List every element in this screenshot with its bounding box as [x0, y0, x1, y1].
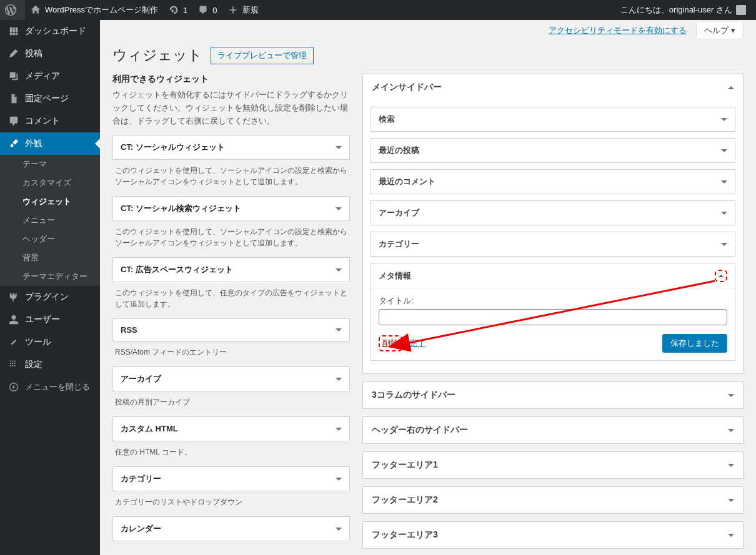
available-widget-desc: 任意の HTML コード。 [112, 441, 350, 466]
available-widgets-desc: ウィジェットを有効化するにはサイドバーにドラッグするかクリックしてください。ウィ… [112, 89, 350, 127]
available-widget-name: RSS [121, 325, 137, 335]
chevron-up-icon [728, 86, 734, 89]
update-count: 1 [183, 6, 187, 15]
delete-link[interactable]: 削除 [382, 338, 399, 349]
widget-item: アーカイブ [371, 200, 735, 225]
sidebar-header[interactable]: フッターエリア1 [363, 452, 743, 478]
accessibility-link[interactable]: アクセシビリティモードを有効にする [549, 26, 687, 35]
menu-plugins-label: プラグイン [25, 292, 69, 303]
appearance-submenu: テーマ カスタマイズ ウィジェット メニュー ヘッダー 背景 テーマエディター [0, 155, 100, 286]
page-title: ウィジェット [112, 46, 202, 65]
live-preview-button[interactable]: ライブプレビューで管理 [211, 47, 314, 64]
menu-users[interactable]: ユーザー [0, 308, 100, 331]
wrench-icon [7, 336, 20, 348]
menu-dashboard[interactable]: ダッシュボード [0, 20, 100, 42]
widget-header[interactable]: 最近のコメント [371, 170, 735, 194]
chevron-down-icon [728, 499, 734, 502]
collapse-menu[interactable]: メニューを閉じる [0, 376, 100, 398]
chevron-up-icon[interactable] [718, 273, 724, 279]
new-label: 新規 [242, 4, 259, 16]
menu-tools[interactable]: ツール [0, 331, 100, 353]
available-widget[interactable]: CT: 広告スペースウィジェット [112, 257, 350, 282]
available-widget-desc: このウィジェットを使用して、任意のタイプの広告をウィジェットとして追加します。 [112, 282, 350, 318]
sub-themes[interactable]: テーマ [0, 155, 100, 174]
sidebar-title: フッターエリア1 [372, 459, 438, 471]
sub-header[interactable]: ヘッダー [0, 230, 100, 248]
site-title-link[interactable]: WordPressでホームページ制作 [25, 0, 163, 20]
sidebar-area: 3コラムのサイドバー [362, 381, 744, 409]
chevron-down-icon [728, 394, 734, 397]
available-widget[interactable]: アーカイブ [112, 366, 350, 391]
widget-meta-header[interactable]: メタ情報 [371, 263, 735, 288]
done-link[interactable]: 完了 [409, 338, 425, 349]
widget-title: 最近のコメント [379, 176, 435, 187]
chevron-down-icon [336, 268, 342, 272]
chevron-down-icon [336, 378, 342, 381]
available-widget-name: カスタム HTML [121, 423, 178, 435]
wp-logo[interactable] [0, 0, 25, 20]
menu-posts[interactable]: 投稿 [0, 42, 100, 65]
menu-posts-label: 投稿 [25, 48, 42, 59]
available-widget[interactable]: CT: ソーシャルウィジェット [112, 135, 350, 160]
chevron-down-icon [721, 180, 727, 184]
available-widget[interactable]: カレンダー [112, 516, 350, 541]
help-tab[interactable]: ヘルプ ▾ [696, 22, 744, 39]
sidebar-title: フッターエリア2 [372, 494, 438, 506]
available-widget-name: カテゴリー [121, 473, 161, 484]
menu-tools-label: ツール [25, 336, 51, 348]
widget-header[interactable]: カテゴリー [371, 232, 735, 256]
menu-settings-label: 設定 [25, 359, 42, 370]
sub-menus[interactable]: メニュー [0, 211, 100, 230]
settings-icon [7, 358, 20, 371]
sidebar-title: 3コラムのサイドバー [372, 390, 455, 401]
menu-users-label: ユーザー [25, 314, 60, 325]
saved-button[interactable]: 保存しました [662, 334, 727, 353]
menu-appearance-label: 外観 [25, 138, 42, 149]
sidebar-area: フッターエリア2 [362, 486, 744, 514]
sidebar-header[interactable]: ヘッダー右のサイドバー [363, 417, 743, 443]
available-widget-desc: RSS/Atom フィードのエントリー [112, 341, 350, 366]
available-widget[interactable]: RSS [112, 318, 350, 341]
available-widget-name: カレンダー [121, 523, 161, 534]
sidebar-header[interactable]: フッターエリア3 [363, 522, 743, 548]
annotation-highlight-delete: 削除 [379, 335, 402, 351]
menu-appearance[interactable]: 外観 [0, 132, 100, 155]
comment-count: 0 [212, 6, 217, 15]
avatar [736, 5, 746, 15]
menu-media[interactable]: メディア [0, 65, 100, 87]
widget-header[interactable]: アーカイブ [371, 201, 735, 225]
sub-widgets[interactable]: ウィジェット [0, 192, 100, 211]
available-widget[interactable]: カスタム HTML [112, 416, 350, 441]
comment-icon [197, 4, 209, 16]
sidebar-main-header[interactable]: メインサイドバー [363, 74, 743, 101]
updates-link[interactable]: 1 [163, 0, 192, 20]
meta-title-input[interactable] [379, 309, 727, 325]
comments-link[interactable]: 0 [192, 0, 222, 20]
new-content-link[interactable]: 新規 [222, 0, 264, 20]
available-widget-name: CT: 広告スペースウィジェット [121, 264, 233, 275]
sidebar-header[interactable]: 3コラムのサイドバー [363, 382, 743, 408]
menu-comments[interactable]: コメント [0, 110, 100, 132]
update-icon [168, 4, 179, 16]
available-widget[interactable]: CT: ソーシャル検索ウィジェット [112, 196, 350, 221]
widget-header[interactable]: 最近の投稿 [371, 139, 735, 162]
account-link[interactable]: こんにちは、 original-user さん [615, 0, 751, 20]
annotation-highlight-toggle [715, 270, 727, 282]
sub-customize[interactable]: カスタマイズ [0, 174, 100, 192]
available-widget-desc: このウィジェットを使用して、ソーシャルアイコンの設定と検索からソーシャルアイコン… [112, 160, 350, 196]
sidebar-title: ヘッダー右のサイドバー [372, 425, 468, 436]
menu-plugins[interactable]: プラグイン [0, 286, 100, 308]
sidebar-header[interactable]: フッターエリア2 [363, 487, 743, 513]
widget-title: アーカイブ [379, 207, 419, 219]
menu-dashboard-label: ダッシュボード [25, 26, 86, 37]
menu-settings[interactable]: 設定 [0, 353, 100, 376]
sub-editor[interactable]: テーマエディター [0, 267, 100, 286]
menu-pages[interactable]: 固定ページ [0, 87, 100, 110]
chevron-down-icon [336, 146, 342, 149]
widget-item: 最近のコメント [371, 169, 735, 194]
sub-background[interactable]: 背景 [0, 248, 100, 267]
widget-header[interactable]: 検索 [371, 107, 735, 131]
menu-comments-label: コメント [25, 115, 60, 127]
available-widget[interactable]: カテゴリー [112, 466, 350, 491]
pin-icon [7, 47, 20, 60]
